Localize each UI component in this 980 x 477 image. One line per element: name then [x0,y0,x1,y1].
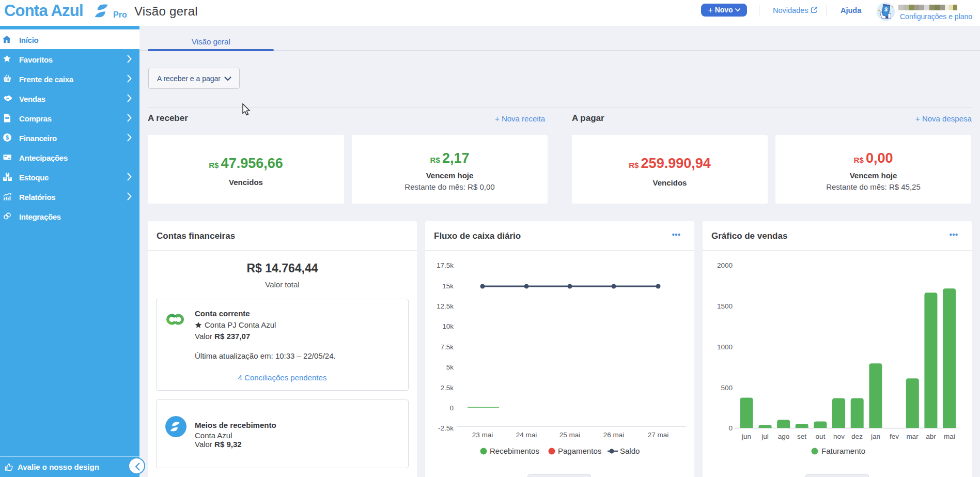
svg-text:17.5k: 17.5k [437,261,454,269]
svg-text:mai: mai [944,433,955,440]
svg-text:1000: 1000 [717,343,733,351]
svg-text:dez: dez [851,433,863,440]
svg-text:12.5k: 12.5k [437,302,454,310]
svg-text:0: 0 [728,424,733,432]
svg-text:Recebimentos: Recebimentos [490,447,539,455]
svg-text:10k: 10k [442,322,454,330]
svg-text:7.5k: 7.5k [440,343,454,351]
svg-text:jan: jan [870,433,880,440]
svg-text:15k: 15k [442,282,454,290]
svg-text:2000: 2000 [717,261,733,269]
svg-text:Saldo: Saldo [620,447,640,455]
svg-text:5k: 5k [446,363,454,371]
svg-text:out: out [816,433,826,440]
svg-text:Faturamento: Faturamento [821,447,865,455]
svg-text:mar: mar [906,433,919,440]
svg-text:jul: jul [761,433,769,440]
svg-text:2.5k: 2.5k [440,384,454,392]
svg-text:26 mai: 26 mai [603,431,625,439]
svg-text:fev: fev [890,433,899,440]
svg-text:Pagamentos: Pagamentos [558,447,601,455]
svg-text:ago: ago [778,433,790,440]
svg-text:0: 0 [449,404,454,412]
svg-text:25 mai: 25 mai [559,431,581,439]
svg-text:$: $ [6,134,9,141]
svg-text:nov: nov [833,433,845,440]
svg-text:abr: abr [926,433,936,440]
svg-text:1500: 1500 [717,302,733,310]
svg-text:-2.5k: -2.5k [438,424,454,432]
svg-text:23 mai: 23 mai [472,431,493,439]
svg-text:jun: jun [741,433,751,440]
svg-text:27 mai: 27 mai [648,431,669,439]
svg-text:500: 500 [721,384,733,392]
svg-text:set: set [797,433,806,440]
svg-text:24 mai: 24 mai [516,431,537,439]
